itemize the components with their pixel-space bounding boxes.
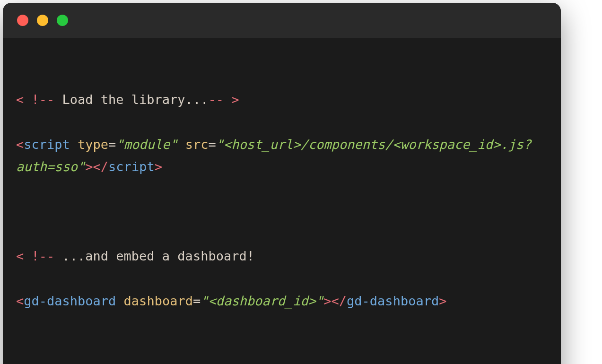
attr-dashboard: dashboard: [124, 294, 193, 308]
code-block: < !-- Load the library...-- > <script ty…: [3, 38, 561, 364]
code-line-2: <script type="module" src="<host_url>/co…: [16, 133, 548, 178]
attr-type: type: [78, 137, 108, 152]
code-line-4: < !-- ...and embed a dashboard!: [16, 245, 548, 267]
code-line-5: <gd-dashboard dashboard="<dashboard_id>"…: [16, 290, 548, 312]
comment-open: < !--: [16, 249, 54, 263]
window-titlebar: [3, 3, 561, 38]
comment-text: Load the library...: [54, 92, 208, 107]
comment-open: < !--: [16, 92, 54, 107]
dashboard-id: <dashboard_id>: [208, 294, 316, 308]
minimize-icon[interactable]: [37, 15, 48, 26]
tag-close: gd-dashboard: [347, 294, 439, 308]
zoom-icon[interactable]: [57, 15, 68, 26]
angle-open: <: [16, 137, 24, 152]
close-icon[interactable]: [17, 15, 28, 26]
attr-value: "module": [116, 137, 177, 152]
attr-src: src: [185, 137, 209, 152]
blank-line: [16, 200, 548, 223]
tag-name: script: [24, 137, 70, 152]
tag-close: script: [108, 159, 155, 174]
comment-close: -- >: [208, 92, 239, 107]
comment-text: ...and embed a dashboard!: [54, 249, 254, 263]
blank-line: [16, 334, 548, 356]
tag-name: gd-dashboard: [24, 294, 116, 308]
code-line-1: < !-- Load the library...-- >: [16, 88, 548, 111]
code-window: < !-- Load the library...-- > <script ty…: [3, 3, 561, 364]
